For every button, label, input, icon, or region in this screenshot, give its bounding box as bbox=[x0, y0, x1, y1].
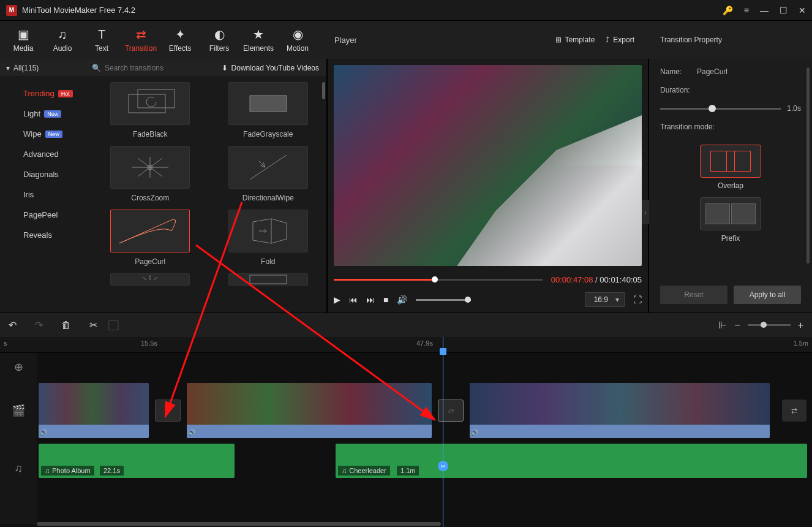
elements-icon: ★ bbox=[253, 27, 264, 42]
thumb-fold bbox=[228, 210, 308, 252]
zoom-in-button[interactable]: + bbox=[798, 320, 803, 331]
tab-effects[interactable]: ✦Effects bbox=[160, 21, 200, 59]
tab-filters[interactable]: ◐Filters bbox=[200, 21, 239, 59]
download-youtube-link[interactable]: ⬇Download YouTube Videos bbox=[214, 64, 326, 72]
zoom-slider[interactable] bbox=[748, 324, 791, 326]
spacer-track[interactable] bbox=[37, 353, 812, 381]
audio-clip-1[interactable]: ♫ Photo Album 22.1s bbox=[39, 444, 235, 478]
next-button[interactable]: ⏭ bbox=[366, 295, 375, 305]
total-time: 00:01:40:05 bbox=[600, 275, 642, 284]
timeline-scrollbar[interactable] bbox=[37, 522, 441, 526]
trans-more1[interactable] bbox=[102, 273, 199, 286]
menu-icon[interactable]: ≡ bbox=[744, 6, 749, 15]
prev-button[interactable]: ⏮ bbox=[349, 295, 358, 305]
trans-pagecurl[interactable]: PageCurl bbox=[102, 210, 199, 266]
trans-fadegrayscale[interactable]: FadeGrayscale bbox=[220, 82, 317, 138]
music-icon: ♫ bbox=[58, 28, 67, 42]
transitions-grid[interactable]: FadeBlack FadeGrayscale CrossZoom Direct… bbox=[92, 77, 326, 313]
video-clip-2[interactable] bbox=[187, 383, 432, 438]
trans-crosszoom[interactable]: CrossZoom bbox=[102, 146, 199, 202]
transition-slot-1[interactable]: ⬨ bbox=[155, 400, 181, 422]
cat-trending[interactable]: TrendingHot bbox=[0, 83, 92, 104]
cat-iris[interactable]: Iris bbox=[0, 184, 92, 205]
name-value: PageCurl bbox=[697, 67, 727, 76]
close-icon[interactable]: ✕ bbox=[799, 6, 806, 15]
tab-transition[interactable]: ⇄Transition bbox=[121, 21, 160, 59]
fit-button[interactable]: ⊩ bbox=[718, 319, 727, 331]
video-clip-3[interactable] bbox=[470, 383, 770, 438]
trans-fadeblack[interactable]: FadeBlack bbox=[102, 82, 199, 138]
collapse-button[interactable]: › bbox=[642, 200, 649, 224]
cat-reveals[interactable]: Reveals bbox=[0, 225, 92, 245]
category-header: ▾All(115) 🔍 ⬇Download YouTube Videos bbox=[0, 59, 326, 77]
video-clip-1[interactable] bbox=[39, 383, 149, 438]
search-input[interactable] bbox=[105, 64, 197, 72]
duration-slider[interactable] bbox=[660, 108, 781, 110]
category-toggle[interactable]: ▾All(115) bbox=[0, 64, 92, 72]
swap-button[interactable]: ⇄ bbox=[782, 400, 806, 422]
tab-elements[interactable]: ★Elements bbox=[239, 21, 278, 59]
audio-clip-2[interactable]: ♫ Cheerleader 1.1m bbox=[336, 444, 807, 478]
template-button[interactable]: ⊞Template bbox=[555, 36, 595, 44]
titlebar: M MiniTool MovieMaker Free 7.4.2 🔑 ≡ ― ☐… bbox=[0, 0, 812, 21]
tab-media[interactable]: ▣Media bbox=[4, 21, 43, 59]
stop-button[interactable]: ■ bbox=[383, 295, 388, 305]
tab-audio[interactable]: ♫Audio bbox=[43, 21, 82, 59]
delete-button[interactable]: 🗑 bbox=[61, 320, 71, 331]
zoom-knob[interactable] bbox=[761, 322, 767, 328]
play-button[interactable]: ▶ bbox=[334, 295, 340, 305]
duration-label: Duration: bbox=[660, 86, 690, 94]
timeline-ruler[interactable]: s 15.5s 47.9s 1.5m bbox=[0, 337, 812, 353]
time-display: 00:00:47:08 / 00:01:40:05 bbox=[543, 275, 642, 284]
video-preview[interactable] bbox=[334, 65, 642, 266]
cat-pagepeel[interactable]: PagePeel bbox=[0, 205, 92, 225]
svg-line-15 bbox=[154, 277, 157, 280]
search-box: 🔍 bbox=[92, 64, 214, 72]
playhead[interactable]: ✂ bbox=[443, 337, 443, 527]
cat-diagonals[interactable]: Diagonals bbox=[0, 164, 92, 184]
cat-wipe[interactable]: WipeNew bbox=[0, 124, 92, 144]
template-icon: ⊞ bbox=[555, 36, 562, 44]
volume-icon[interactable]: 🔊 bbox=[397, 295, 407, 305]
fullscreen-button[interactable]: ⛶ bbox=[633, 295, 642, 305]
undo-button[interactable]: ↶ bbox=[9, 319, 17, 331]
volume-knob[interactable] bbox=[465, 297, 471, 303]
export-button[interactable]: ⤴Export bbox=[606, 36, 634, 44]
apply-all-button[interactable]: Apply to all bbox=[734, 286, 801, 304]
audio-track[interactable]: ♫ Photo Album 22.1s ♫ Cheerleader 1.1m bbox=[37, 439, 812, 482]
progress-bar[interactable] bbox=[334, 279, 543, 281]
minimize-icon[interactable]: ― bbox=[760, 6, 769, 15]
timeline[interactable]: s 15.5s 47.9s 1.5m ⊕ 🎬 ♫ ⬨ ▱ ⇄ ♫ Photo A… bbox=[0, 337, 812, 527]
cat-advanced[interactable]: Advanced bbox=[0, 144, 92, 164]
add-track-button[interactable]: ⊕ bbox=[0, 353, 37, 381]
video-track[interactable]: ⬨ ▱ ⇄ bbox=[37, 381, 812, 439]
motion-icon: ◉ bbox=[293, 27, 303, 42]
zoom-out-button[interactable]: − bbox=[734, 320, 740, 331]
mode-overlap[interactable]: Overlap bbox=[660, 145, 801, 190]
player-title: Player bbox=[334, 36, 357, 45]
reset-button[interactable]: Reset bbox=[660, 286, 727, 304]
tab-text[interactable]: TText bbox=[82, 21, 121, 59]
timeline-zoom-controls: ⊩ − + bbox=[718, 319, 803, 331]
key-icon[interactable]: 🔑 bbox=[723, 6, 733, 15]
playhead-cut-icon[interactable]: ✂ bbox=[438, 461, 448, 471]
maximize-icon[interactable]: ☐ bbox=[780, 6, 788, 15]
mode-prefix[interactable]: Prefix bbox=[660, 197, 801, 243]
redo-button[interactable]: ↷ bbox=[35, 319, 43, 331]
tab-motion[interactable]: ◉Motion bbox=[278, 21, 317, 59]
titlebar-right: 🔑 ≡ ― ☐ ✕ bbox=[723, 6, 806, 15]
svg-rect-2 bbox=[250, 96, 287, 112]
trans-more2[interactable] bbox=[220, 273, 317, 286]
cat-light[interactable]: LightNew bbox=[0, 104, 92, 124]
prop-scrollbar[interactable] bbox=[806, 67, 810, 264]
volume-slider[interactable] bbox=[416, 299, 471, 301]
transition-slot-2[interactable]: ▱ bbox=[438, 400, 464, 422]
duration-knob[interactable] bbox=[709, 105, 716, 112]
aspect-select[interactable]: 16:9 bbox=[585, 292, 625, 307]
scrollbar[interactable] bbox=[322, 82, 325, 99]
tracks: ⬨ ▱ ⇄ ♫ Photo Album 22.1s ♫ Cheerleader … bbox=[37, 353, 812, 482]
trans-directionalwipe[interactable]: DirectionalWipe bbox=[220, 146, 317, 202]
trans-fold[interactable]: Fold bbox=[220, 210, 317, 266]
cut-button[interactable]: ✂ bbox=[89, 319, 97, 331]
progress-knob[interactable] bbox=[432, 276, 438, 282]
